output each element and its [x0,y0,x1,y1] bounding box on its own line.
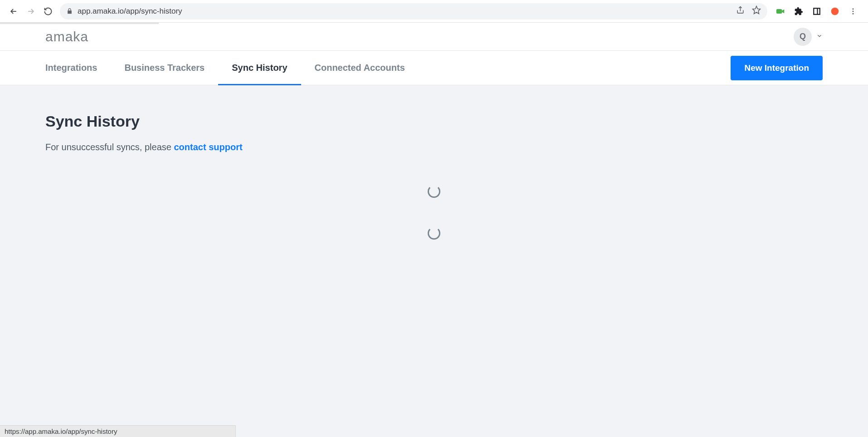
star-icon[interactable] [752,5,761,17]
tab-label: Connected Accounts [315,63,405,73]
share-icon[interactable] [736,6,745,17]
spinner-icon [428,227,440,240]
nav-row: Integrations Business Trackers Sync Hist… [0,51,868,85]
contact-support-link[interactable]: contact support [174,142,242,152]
svg-rect-2 [814,8,820,15]
extension-square-icon[interactable] [812,6,822,16]
loading-spinners [428,185,440,240]
nav-tabs: Integrations Business Trackers Sync Hist… [45,51,419,85]
url-actions [736,5,761,17]
svg-point-5 [853,8,854,10]
user-menu[interactable]: Q [794,28,823,46]
svg-marker-0 [753,6,761,14]
help-prefix: For unsuccessful syncs, please [45,142,174,152]
help-text: For unsuccessful syncs, please contact s… [45,142,823,152]
page-loading-indicator [0,23,159,25]
tab-integrations[interactable]: Integrations [45,51,111,85]
extension-icons [771,6,863,16]
svg-rect-1 [776,9,782,14]
tab-label: Sync History [232,63,287,73]
reload-button[interactable] [43,6,54,17]
lock-icon [66,8,73,15]
extension-camera-icon[interactable] [775,6,785,16]
svg-point-7 [853,13,854,14]
main-content: Sync History For unsuccessful syncs, ple… [0,85,868,437]
url-text: app.amaka.io/app/sync-history [78,7,731,16]
extensions-puzzle-icon[interactable] [794,6,804,16]
tab-connected-accounts[interactable]: Connected Accounts [301,51,419,85]
tab-sync-history[interactable]: Sync History [218,51,301,85]
browser-menu-icon[interactable] [848,6,858,16]
spinner-icon [428,185,440,198]
app-logo[interactable]: amaka [45,29,88,44]
page-title: Sync History [45,113,823,130]
new-integration-button[interactable]: New Integration [731,56,823,80]
svg-point-4 [831,7,839,15]
address-bar[interactable]: app.amaka.io/app/sync-history [60,3,767,20]
browser-toolbar: app.amaka.io/app/sync-history [0,0,868,23]
extension-orange-icon[interactable] [830,6,840,16]
back-button[interactable] [8,6,19,17]
forward-button[interactable] [25,6,36,17]
tab-label: Integrations [45,63,97,73]
tab-label: Business Trackers [124,63,205,73]
tab-business-trackers[interactable]: Business Trackers [111,51,218,85]
chevron-down-icon [816,33,823,41]
app-header: amaka Q [0,23,868,51]
avatar: Q [794,28,812,46]
browser-nav-buttons [5,6,56,17]
browser-status-bar: https://app.amaka.io/app/sync-history [0,425,236,437]
svg-point-6 [853,10,854,12]
